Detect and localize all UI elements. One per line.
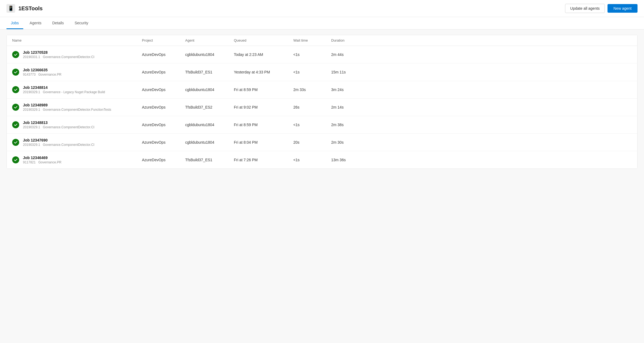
job-duration: 15m 11s [331, 70, 369, 74]
job-wait-time: 2m 33s [293, 88, 331, 92]
job-subtitle: 20190329.1 Governance - Legacy Nuget Pac… [23, 90, 105, 94]
job-name-cell: Job 12348989 20190329.1 Governance.Compo… [12, 103, 142, 112]
job-title: Job 12366635 [23, 68, 61, 72]
job-info: Job 12348989 20190329.1 Governance.Compo… [23, 103, 111, 112]
job-queued: Fri at 9:02 PM [234, 105, 293, 109]
job-agent: cgbldubuntu1804 [185, 123, 234, 127]
success-icon [12, 104, 19, 111]
job-sub1: 9143773 [23, 73, 36, 76]
tab-agents[interactable]: Agents [25, 17, 46, 29]
table-body: Job 12370528 20190331.1 Governance.Compo… [7, 46, 637, 169]
job-info: Job 12348813 20190329.1 Governance.Compo… [23, 120, 94, 129]
table-row[interactable]: Job 12348989 20190329.1 Governance.Compo… [7, 99, 637, 116]
job-agent: cgbldubuntu1804 [185, 140, 234, 144]
job-subtitle: 20190329.1 Governance.ComponentDetector.… [23, 125, 94, 129]
job-sub1: 20190331.1 [23, 55, 40, 59]
job-sub2: Governance.ComponentDetector.FunctionTes… [43, 108, 111, 112]
job-info: Job 12347690 20190329.1 Governance.Compo… [23, 138, 94, 147]
job-sub2: Governance.ComponentDetector.CI [43, 143, 94, 147]
table-row[interactable]: Job 12366635 9143773 Governance.PR Azure… [7, 63, 637, 81]
job-wait-time: <1s [293, 123, 331, 127]
col-agent: Agent [185, 38, 234, 42]
job-title: Job 12348814 [23, 85, 105, 90]
job-title: Job 12346469 [23, 156, 61, 160]
header-actions: Update all agents New agent [565, 4, 638, 13]
job-name-cell: Job 12347690 20190329.1 Governance.Compo… [12, 138, 142, 147]
jobs-table: Name Project Agent Queued Wait time Dura… [6, 35, 638, 169]
tab-jobs[interactable]: Jobs [6, 17, 23, 29]
job-sub1: 20190329.1 [23, 90, 40, 94]
job-title: Job 12348989 [23, 103, 111, 107]
job-agent: TfsBuild37_ES1 [185, 158, 234, 162]
table-row[interactable]: Job 12348814 20190329.1 Governance - Leg… [7, 81, 637, 99]
job-info: Job 12348814 20190329.1 Governance - Leg… [23, 85, 105, 94]
job-project: AzureDevOps [142, 158, 185, 162]
success-icon [12, 69, 19, 76]
job-queued: Fri at 8:59 PM [234, 88, 293, 92]
col-name: Name [12, 38, 142, 42]
job-agent: cgbldubuntu1804 [185, 88, 234, 92]
success-icon [12, 121, 19, 128]
col-queued: Queued [234, 38, 293, 42]
col-duration: Duration [331, 38, 369, 42]
job-duration: 2m 38s [331, 123, 369, 127]
col-project: Project [142, 38, 185, 42]
job-name-cell: Job 12348814 20190329.1 Governance - Leg… [12, 85, 142, 94]
job-sub1: 20190329.1 [23, 108, 40, 112]
job-wait-time: <1s [293, 158, 331, 162]
job-queued: Fri at 7:26 PM [234, 158, 293, 162]
table-row[interactable]: Job 12370528 20190331.1 Governance.Compo… [7, 46, 637, 63]
app-title: 1ESTools [18, 5, 43, 12]
job-project: AzureDevOps [142, 123, 185, 127]
job-title: Job 12348813 [23, 120, 94, 125]
job-info: Job 12366635 9143773 Governance.PR [23, 68, 61, 76]
tab-security[interactable]: Security [70, 17, 93, 29]
job-name-cell: Job 12366635 9143773 Governance.PR [12, 68, 142, 76]
job-subtitle: 20190329.1 Governance.ComponentDetector.… [23, 143, 94, 147]
job-duration: 2m 44s [331, 52, 369, 57]
new-agent-button[interactable]: New agent [608, 4, 638, 13]
job-name-cell: Job 12348813 20190329.1 Governance.Compo… [12, 120, 142, 129]
success-icon [12, 139, 19, 146]
col-wait-time: Wait time [293, 38, 331, 42]
job-agent: cgbldubuntu1804 [185, 52, 234, 57]
job-wait-time: <1s [293, 70, 331, 74]
app-icon: 📱 [6, 4, 15, 13]
job-queued: Yesterday at 4:33 PM [234, 70, 293, 74]
job-title: Job 12347690 [23, 138, 94, 142]
job-sub2: Governance.ComponentDetector.CI [43, 125, 94, 129]
job-subtitle: 20190331.1 Governance.ComponentDetector.… [23, 55, 94, 59]
tab-details[interactable]: Details [48, 17, 68, 29]
table-header: Name Project Agent Queued Wait time Dura… [7, 35, 637, 46]
job-sub2: Governance - Legacy Nuget Package Build [43, 90, 105, 94]
header-left: 📱 1ESTools [6, 4, 43, 13]
header: 📱 1ESTools Update all agents New agent [0, 0, 644, 17]
job-sub2: Governance.PR [38, 73, 61, 76]
job-queued: Today at 2:23 AM [234, 52, 293, 57]
job-agent: TfsBuild37_ES2 [185, 105, 234, 109]
job-duration: 2m 30s [331, 140, 369, 144]
job-info: Job 12346469 9117821 Governance.PR [23, 156, 61, 164]
update-all-agents-button[interactable]: Update all agents [565, 4, 605, 13]
table-row[interactable]: Job 12347690 20190329.1 Governance.Compo… [7, 134, 637, 151]
job-duration: 2m 14s [331, 105, 369, 109]
job-project: AzureDevOps [142, 140, 185, 144]
job-sub2: Governance.PR [38, 160, 61, 164]
job-subtitle: 20190329.1 Governance.ComponentDetector.… [23, 108, 111, 112]
job-title: Job 12370528 [23, 50, 94, 55]
job-name-cell: Job 12370528 20190331.1 Governance.Compo… [12, 50, 142, 59]
job-project: AzureDevOps [142, 52, 185, 57]
job-duration: 3m 24s [331, 88, 369, 92]
job-project: AzureDevOps [142, 105, 185, 109]
job-project: AzureDevOps [142, 88, 185, 92]
table-row[interactable]: Job 12348813 20190329.1 Governance.Compo… [7, 116, 637, 134]
success-icon [12, 86, 19, 93]
job-queued: Fri at 8:04 PM [234, 140, 293, 144]
table-row[interactable]: Job 12346469 9117821 Governance.PR Azure… [7, 151, 637, 169]
tabs-bar: Jobs Agents Details Security [0, 17, 644, 29]
job-project: AzureDevOps [142, 70, 185, 74]
job-info: Job 12370528 20190331.1 Governance.Compo… [23, 50, 94, 59]
job-wait-time: <1s [293, 52, 331, 57]
job-duration: 13m 36s [331, 158, 369, 162]
job-name-cell: Job 12346469 9117821 Governance.PR [12, 156, 142, 164]
